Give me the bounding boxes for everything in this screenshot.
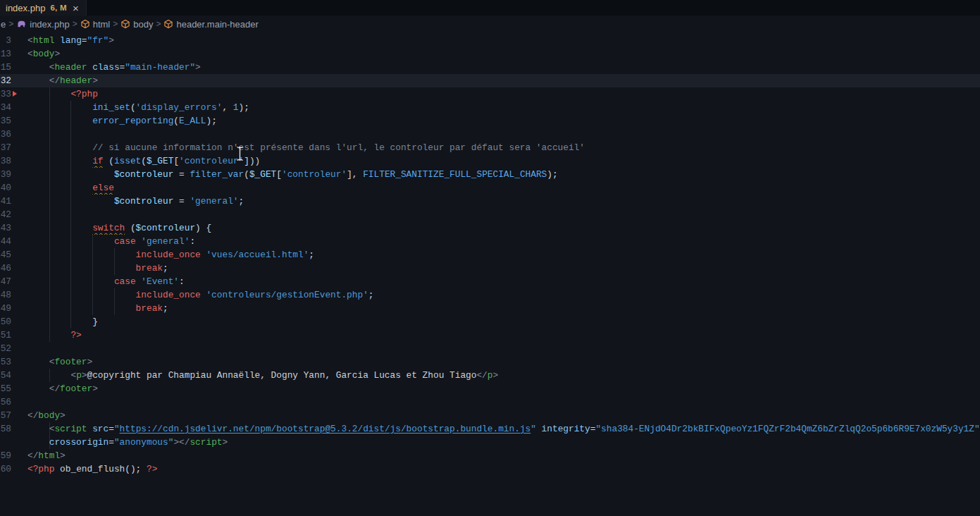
- code-line[interactable]: 13<body>: [0, 47, 980, 61]
- code-line-current[interactable]: 32 </header>: [0, 74, 980, 87]
- code-line[interactable]: 3<html lang="fr">: [0, 34, 980, 47]
- tab-index-php[interactable]: index.php 6, M ×: [0, 0, 87, 16]
- gutter: [11, 328, 27, 342]
- code-text: [27, 128, 980, 141]
- code-line[interactable]: 51 ?>: [0, 328, 980, 342]
- line-number[interactable]: 40: [0, 181, 11, 195]
- line-number[interactable]: 39: [0, 168, 11, 181]
- gutter: [11, 221, 27, 235]
- breadcrumb-item-e[interactable]: e: [1, 19, 6, 30]
- line-number[interactable]: 37: [0, 141, 11, 154]
- code-line[interactable]: 46 break;: [0, 262, 980, 275]
- breadcrumb-label: header.main-header: [176, 19, 258, 30]
- code-line[interactable]: 53 <footer>: [0, 355, 980, 369]
- line-number[interactable]: 32: [0, 74, 11, 87]
- code-line[interactable]: 42: [0, 208, 980, 221]
- breadcrumb-item-index-php[interactable]: index.php: [16, 18, 69, 30]
- line-number[interactable]: 45: [0, 248, 11, 262]
- code-editor[interactable]: 3<html lang="fr">13<body>15 <header clas…: [0, 32, 980, 516]
- code-line[interactable]: 41 $controleur = 'general';: [0, 195, 980, 208]
- code-text: include_once 'vues/accueil.html';: [27, 248, 980, 262]
- code-line[interactable]: 50 }: [0, 315, 980, 328]
- line-number[interactable]: 52: [0, 342, 11, 355]
- line-number[interactable]: 51: [0, 328, 11, 342]
- line-number[interactable]: 13: [0, 47, 11, 61]
- code-line[interactable]: 56: [0, 395, 980, 409]
- line-number[interactable]: 41: [0, 195, 11, 208]
- gutter: [11, 101, 27, 114]
- code-text: </header>: [27, 74, 980, 87]
- line-number[interactable]: 60: [0, 462, 11, 476]
- code-line[interactable]: 58 <script src="https://cdn.jsdelivr.net…: [0, 422, 980, 436]
- line-number[interactable]: 46: [0, 262, 11, 275]
- code-line[interactable]: 38 if (isset($_GET['controleur'])): [0, 154, 980, 168]
- code-text: break;: [27, 262, 980, 275]
- code-line[interactable]: 44 case 'general':: [0, 235, 980, 248]
- code-text: if (isset($_GET['controleur'])): [27, 154, 980, 168]
- code-line[interactable]: 48 include_once 'controleurs/gestionEven…: [0, 288, 980, 302]
- code-line[interactable]: 52: [0, 342, 980, 355]
- code-line[interactable]: 40 else: [0, 181, 980, 195]
- line-number[interactable]: 3: [0, 34, 11, 47]
- gutter: [11, 315, 27, 328]
- line-number[interactable]: 36: [0, 128, 11, 141]
- gutter: [11, 409, 27, 422]
- breadcrumb-item-header-main-header[interactable]: header.main-header: [163, 19, 258, 30]
- code-line[interactable]: crossorigin="anonymous"></script>: [0, 436, 980, 449]
- code-line[interactable]: 15 <header class="main-header">: [0, 61, 980, 74]
- chevron-right-icon: >: [113, 19, 118, 29]
- line-number[interactable]: 47: [0, 275, 11, 288]
- code-line[interactable]: 60<?php ob_end_flush(); ?>: [0, 462, 980, 476]
- code-text: ini_set('display_errors', 1);: [27, 101, 980, 114]
- breadcrumb-item-body[interactable]: body: [120, 19, 153, 30]
- code-line[interactable]: 55 </footer>: [0, 382, 980, 395]
- line-number[interactable]: 58: [0, 422, 11, 436]
- code-line[interactable]: 33 <?php: [0, 87, 980, 101]
- line-number[interactable]: 43: [0, 221, 11, 235]
- line-number[interactable]: 44: [0, 235, 11, 248]
- code-line[interactable]: 47 case 'Event':: [0, 275, 980, 288]
- line-number[interactable]: 48: [0, 288, 11, 302]
- breadcrumb: e>index.php>html>body>header.main-header: [0, 16, 980, 32]
- line-number[interactable]: 35: [0, 114, 11, 128]
- line-number[interactable]: 59: [0, 449, 11, 462]
- breadcrumb-item-html[interactable]: html: [80, 19, 111, 30]
- code-line[interactable]: 36: [0, 128, 980, 141]
- code-text: else: [27, 181, 980, 195]
- code-text: <?php: [27, 87, 980, 101]
- code-line[interactable]: 43 switch ($controleur) {: [0, 221, 980, 235]
- gutter: [11, 422, 27, 436]
- line-number[interactable]: 15: [0, 61, 11, 74]
- line-number[interactable]: 33: [0, 87, 11, 101]
- line-number[interactable]: 38: [0, 154, 11, 168]
- code-text: <script src="https://cdn.jsdelivr.net/np…: [27, 422, 980, 436]
- gutter: [11, 382, 27, 395]
- code-line[interactable]: 45 include_once 'vues/accueil.html';: [0, 248, 980, 262]
- gutter: [11, 449, 27, 462]
- close-icon[interactable]: ×: [72, 3, 80, 13]
- code-line[interactable]: 59</html>: [0, 449, 980, 462]
- code-line[interactable]: 37 // si aucune information n'est présen…: [0, 141, 980, 154]
- code-text: $controleur = 'general';: [27, 195, 980, 208]
- line-number[interactable]: [0, 436, 11, 449]
- line-number[interactable]: 34: [0, 101, 11, 114]
- gutter: [11, 208, 27, 221]
- line-number[interactable]: 42: [0, 208, 11, 221]
- code-line[interactable]: 57</body>: [0, 409, 980, 422]
- line-number[interactable]: 50: [0, 315, 11, 328]
- code-line[interactable]: 39 $controleur = filter_var($_GET['contr…: [0, 168, 980, 181]
- code-line[interactable]: 49 break;: [0, 302, 980, 315]
- line-number[interactable]: 53: [0, 355, 11, 369]
- gutter: [11, 262, 27, 275]
- code-line[interactable]: 35 error_reporting(E_ALL);: [0, 114, 980, 128]
- code-line[interactable]: 54 <p>@copyright par Champiau Annaëlle, …: [0, 369, 980, 382]
- line-number[interactable]: 54: [0, 369, 11, 382]
- line-number[interactable]: 49: [0, 302, 11, 315]
- line-number[interactable]: 55: [0, 382, 11, 395]
- code-text: break;: [27, 302, 980, 315]
- symbol-field-icon: [120, 19, 130, 29]
- tab-problems-modified-badge: 6, M: [50, 4, 67, 12]
- code-line[interactable]: 34 ini_set('display_errors', 1);: [0, 101, 980, 114]
- line-number[interactable]: 57: [0, 409, 11, 422]
- line-number[interactable]: 56: [0, 395, 11, 409]
